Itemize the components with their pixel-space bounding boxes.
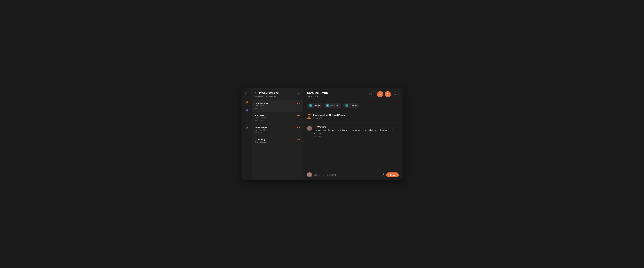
candidate-score: 67%: [297, 126, 300, 129]
message-time: 10:00 am: [314, 136, 399, 138]
reject-button[interactable]: [392, 91, 399, 97]
detail-panel: Caroline Smith New York, US: [303, 88, 402, 180]
back-button[interactable]: [255, 91, 258, 95]
message-composer: Send: [303, 170, 402, 180]
list-item[interactable]: Caroline Smith 92% New York, US Mar 5, 2…: [252, 100, 303, 112]
candidate-score: 89%: [297, 114, 300, 116]
detail-candidate-info: Caroline Smith New York, US: [307, 91, 328, 97]
interview-time: Today, 8:30 am: [313, 117, 345, 119]
panel-stats: 482 Applied 300 Qualified: [255, 95, 300, 97]
bookmark-icon[interactable]: [244, 117, 249, 122]
send-button[interactable]: Send: [386, 172, 399, 177]
status-steps: ✓ Applied ✓ Shortlisted 3 Interview: [303, 100, 402, 111]
interview-icon: [307, 114, 311, 119]
step-shortlisted[interactable]: ✓ Shortlisted: [324, 103, 341, 108]
detail-actions: [369, 91, 399, 97]
detail-candidate-location: New York, US: [307, 95, 328, 97]
sidebar: [242, 88, 252, 180]
composer-avatar: [307, 172, 312, 177]
panel-title: Product Designer: [259, 92, 279, 94]
detail-candidate-name: Caroline Smith: [307, 91, 328, 95]
candidate-location: New York, US: [255, 129, 300, 131]
interview-section: Interviewed by Rich and Emma Today, 8:30…: [303, 111, 402, 122]
messages-section: Hey Caroline It was great meeting you. I…: [303, 122, 402, 170]
message-text: It was great meeting you. I just invited…: [314, 129, 399, 135]
list-item[interactable]: Adam Wayne 67% New York, US Mar 2, 2023: [252, 124, 303, 136]
schedule-button[interactable]: [377, 91, 383, 97]
svg-rect-9: [308, 116, 310, 118]
panel-header: Product Designer 482 Applied 300 Qualifi…: [252, 88, 303, 100]
candidate-location: Berlin, Germany: [255, 117, 300, 119]
step-check-shortlisted: ✓: [326, 104, 329, 107]
candidate-list-panel: Product Designer 482 Applied 300 Qualifi…: [252, 88, 303, 180]
candidate-name: Tom Keen: [255, 114, 264, 116]
svg-marker-4: [246, 127, 248, 129]
svg-rect-0: [246, 110, 248, 112]
thumbs-down-icon[interactable]: [244, 100, 249, 104]
candidate-score: 42%: [297, 138, 300, 141]
candidate-date: Mar 5, 2023: [255, 107, 300, 109]
svg-line-7: [300, 93, 300, 94]
list-item[interactable]: Dann Petty 42% Toronto, Canada: [252, 136, 303, 146]
candidate-location: New York, US: [255, 105, 300, 107]
bookmark-button[interactable]: [369, 91, 376, 97]
step-label-interview: Interview: [350, 104, 357, 107]
thumbs-up-icon[interactable]: [244, 91, 249, 96]
message-content: Hey Caroline It was great meeting you. I…: [314, 126, 399, 138]
calendar-icon[interactable]: [244, 108, 249, 113]
candidate-list: Caroline Smith 92% New York, US Mar 5, 2…: [252, 100, 303, 180]
candidate-location: Toronto, Canada: [255, 141, 300, 143]
candidate-date: Mar 2, 2023: [255, 131, 300, 133]
message-item: Hey Caroline It was great meeting you. I…: [307, 126, 399, 138]
candidate-date: Mar 6, 2023: [255, 119, 300, 121]
message-sender: Hey Caroline: [314, 126, 399, 128]
filter-icon[interactable]: [244, 125, 249, 130]
message-avatar: [307, 126, 312, 131]
app-container: Product Designer 482 Applied 300 Qualifi…: [242, 88, 402, 180]
interview-title: Interviewed by Rich and Emma: [313, 114, 345, 117]
detail-header: Caroline Smith New York, US: [303, 88, 402, 100]
step-label-shortlisted: Shortlisted: [330, 104, 339, 107]
step-applied[interactable]: ✓ Applied: [307, 103, 322, 108]
step-label-applied: Applied: [314, 104, 320, 107]
candidate-score: 92%: [297, 102, 300, 104]
step-interview[interactable]: 3 Interview: [343, 103, 359, 108]
list-item[interactable]: Tom Keen 89% Berlin, Germany Mar 6, 2023: [252, 112, 303, 124]
candidate-name: Adam Wayne: [255, 126, 268, 129]
attach-icon[interactable]: [382, 173, 384, 177]
candidate-name: Dann Petty: [255, 138, 266, 141]
message-input[interactable]: [314, 174, 380, 176]
approve-button[interactable]: [385, 91, 391, 97]
step-check-applied: ✓: [309, 104, 312, 107]
search-icon[interactable]: [298, 91, 300, 95]
candidate-name: Caroline Smith: [255, 102, 269, 104]
step-number-interview: 3: [345, 104, 348, 107]
